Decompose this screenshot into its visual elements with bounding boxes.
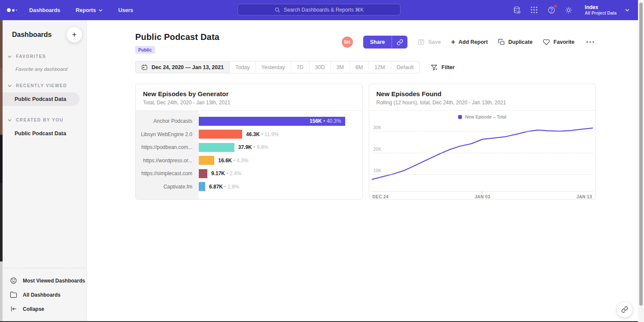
add-report-button[interactable]: + Add Report — [451, 39, 488, 46]
preset-30d[interactable]: 30D — [310, 61, 331, 73]
help-icon[interactable] — [547, 6, 556, 14]
header-actions: RH Share Save + Add Report — [342, 36, 596, 49]
card-title: New Episodes Found — [377, 90, 589, 97]
folder-icon — [10, 291, 17, 298]
bar-segment[interactable] — [199, 169, 207, 178]
bar-chart-row: https://simplecast.com9.17K • 2.4% — [136, 167, 362, 180]
legend-label: New Episode – Total — [465, 114, 506, 119]
preset-12m[interactable]: 12M — [369, 61, 391, 73]
gridline — [372, 153, 593, 153]
search-input[interactable]: Search Dashboards & Reports ⌘K — [237, 4, 401, 15]
bar-value-label: 9.17K • 2.4% — [211, 170, 241, 176]
bar-segment[interactable]: 156K • 40.3% — [199, 117, 345, 126]
window-scrollbar — [638, 0, 644, 322]
bar-chart-rows: Anchor Podcasts156K • 40.3%Libsyn WebEng… — [136, 115, 362, 193]
date-range-text: Dec 24, 2020 — Jan 13, 2021 — [152, 64, 224, 70]
more-options-button[interactable] — [585, 39, 596, 45]
bar-track: 6.87K • 1.8% — [199, 182, 354, 191]
x-tick-label: DEC 24 — [373, 194, 389, 199]
scrollbar-thumb[interactable] — [639, 3, 643, 306]
bar-value-label: 156K • 40.3% — [310, 118, 345, 124]
smiley-icon — [10, 277, 17, 284]
bar-chart-row: Anchor Podcasts156K • 40.3% — [136, 115, 362, 128]
chevron-down-icon — [99, 9, 103, 12]
share-button[interactable]: Share — [363, 36, 408, 49]
plus-icon: + — [72, 30, 76, 39]
filter-button[interactable]: Filter — [431, 64, 455, 71]
section-header-created-by-you[interactable]: CREATED BY YOU — [3, 118, 86, 122]
nav-item-users[interactable]: Users — [118, 7, 133, 13]
public-badge: Public — [135, 46, 155, 54]
calendar-icon — [141, 64, 148, 70]
bar-segment[interactable] — [199, 156, 214, 165]
favorite-button[interactable]: Favorite — [543, 39, 574, 46]
preset-7d[interactable]: 7D — [291, 61, 310, 73]
chevron-down-icon[interactable] — [625, 9, 629, 12]
new-dashboard-button[interactable]: + — [67, 27, 82, 43]
preset-yesterday[interactable]: Yesterday — [256, 61, 291, 73]
save-button[interactable]: Save — [418, 39, 440, 46]
bar-value-label: 46.3K • 11.9% — [246, 131, 279, 137]
avatar[interactable]: RH — [342, 36, 353, 48]
share-link-button[interactable] — [392, 36, 407, 49]
plus-icon: + — [451, 39, 455, 46]
preset-today[interactable]: Today — [230, 61, 255, 73]
line-series — [372, 123, 593, 191]
search-icon — [274, 7, 280, 13]
all-dashboards-link[interactable]: All Dashboards — [3, 288, 61, 302]
bar-chart-row: https://wordpress.or...16.6K • 4.3% — [136, 154, 362, 167]
share-link-fab[interactable] — [617, 301, 633, 318]
preset-6m[interactable]: 6M — [350, 61, 369, 73]
y-tick-label: 10K — [374, 168, 382, 173]
preset-default[interactable]: Default — [391, 61, 419, 73]
app-screen: Dashboards Reports Users Search Dashboar… — [0, 0, 644, 322]
link-icon — [621, 306, 628, 313]
settings-gear-icon[interactable] — [564, 6, 573, 14]
section-label: RECENTLY VIEWED — [16, 83, 67, 88]
bar-track: 46.3K • 11.9% — [199, 130, 354, 139]
gridline — [372, 131, 593, 132]
sidebar-section-recently-viewed: RECENTLY VIEWED Public Podcast Data — [3, 83, 86, 106]
apps-grid-icon[interactable] — [530, 6, 538, 14]
bar-segment[interactable] — [199, 130, 242, 139]
share-button-label[interactable]: Share — [363, 36, 392, 49]
nav-item-reports[interactable]: Reports — [76, 7, 103, 13]
bar-segment[interactable] — [199, 143, 234, 152]
bar-category-label: Captivate.fm — [136, 184, 199, 190]
data-sources-icon[interactable] — [513, 6, 521, 14]
top-nav-right: Index All Project Data — [513, 4, 644, 15]
section-header-favorites[interactable]: FAVORITES — [3, 54, 86, 59]
bar-track: 16.6K • 4.3% — [199, 156, 354, 165]
bar-chart: Anchor Podcasts156K • 40.3%Libsyn WebEng… — [136, 111, 362, 199]
collapse-sidebar-button[interactable]: Collapse — [3, 302, 44, 316]
legend-swatch — [458, 115, 462, 119]
app-logo[interactable] — [7, 8, 17, 12]
preset-3m[interactable]: 3M — [331, 61, 350, 73]
x-tick-label: JAN 03 — [475, 194, 490, 199]
card-new-episodes-found: New Episodes Found Rolling (12 hours), t… — [369, 84, 596, 200]
footer-item-label: Collapse — [23, 306, 44, 312]
x-tick-label: JAN 13 — [577, 194, 592, 199]
top-nav: Dashboards Reports Users Search Dashboar… — [0, 0, 644, 20]
sidebar-section-created-by-you: CREATED BY YOU Public Podcast Data — [3, 118, 86, 140]
bar-track: 9.17K • 2.4% — [199, 169, 354, 178]
save-button-label: Save — [428, 39, 440, 45]
bar-segment[interactable] — [199, 182, 205, 191]
date-range-picker[interactable]: Dec 24, 2020 — Jan 13, 2021 — [136, 61, 230, 73]
chevron-down-icon — [8, 55, 12, 58]
filter-funnel-icon — [431, 64, 437, 71]
nav-item-dashboards[interactable]: Dashboards — [29, 7, 60, 13]
line-chart-plot[interactable]: 10K20K30K — [372, 123, 593, 191]
project-switcher[interactable]: Index All Project Data — [585, 4, 617, 15]
chevron-down-icon — [8, 85, 12, 87]
sidebar: Dashboards + FAVORITES Favorite any dash… — [3, 20, 87, 321]
section-header-recently-viewed[interactable]: RECENTLY VIEWED — [3, 83, 86, 88]
sidebar-item-public-podcast-data-recent[interactable]: Public Podcast Data — [3, 92, 79, 106]
most-viewed-dashboards-link[interactable]: Most Viewed Dashboards — [3, 273, 85, 288]
heart-icon — [543, 39, 550, 46]
card-new-episodes-by-generator: New Episodes by Generator Total, Dec 24t… — [135, 84, 363, 200]
bar-chart-row: Captivate.fm6.87K • 1.8% — [136, 180, 362, 194]
sidebar-item-public-podcast-data-created[interactable]: Public Podcast Data — [3, 127, 86, 140]
duplicate-button[interactable]: Duplicate — [498, 39, 532, 46]
bar-value-label: 6.87K • 1.8% — [209, 184, 239, 190]
